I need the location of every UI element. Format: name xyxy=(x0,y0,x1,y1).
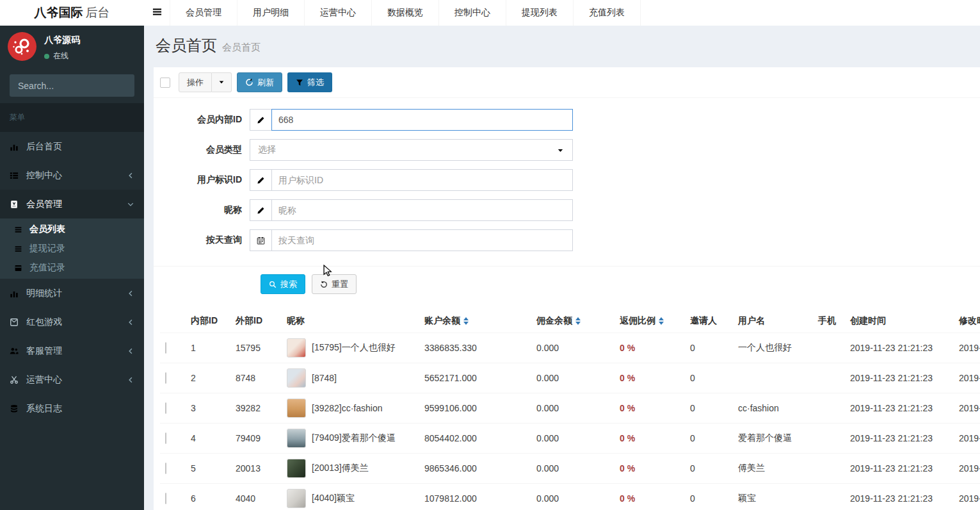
cell-phone xyxy=(813,484,845,510)
sidebar-item-label: 红包游戏 xyxy=(26,317,62,328)
sort-icon[interactable] xyxy=(575,317,581,325)
user-avatar xyxy=(8,32,36,63)
cell-commission: 0.000 xyxy=(531,454,615,484)
cell-nickname: [4040]颖宝 xyxy=(282,484,419,510)
nav-tab-user-detail[interactable]: 用户明细 xyxy=(237,0,305,26)
sidebar-item-system-log[interactable]: 系统日志 xyxy=(0,394,144,423)
search-button-label: 搜索 xyxy=(280,279,297,290)
member-internal-id-input[interactable] xyxy=(271,109,573,131)
form-actions: 搜索 重置 xyxy=(154,267,980,302)
row-checkbox[interactable] xyxy=(165,402,166,414)
filter-button[interactable]: 筛选 xyxy=(287,72,332,92)
cell-inviter: 0 xyxy=(685,484,733,510)
col-header-commission[interactable]: 佣金余额 xyxy=(531,309,615,333)
sidebar-item-detail-statistics[interactable]: 明细统计 xyxy=(0,279,144,308)
field-label: 用户标识ID xyxy=(154,174,250,186)
id-card-icon xyxy=(10,200,26,209)
table-toolbar: 操作 刷新 筛选 xyxy=(154,67,980,98)
cell-external-id: 8748 xyxy=(230,363,282,393)
col-header-external-id: 外部ID xyxy=(230,309,282,333)
cell-balance: 9865346.000 xyxy=(419,454,531,484)
sidebar-item-label: 明细统计 xyxy=(26,288,62,299)
member-avatar xyxy=(287,459,306,478)
cell-balance: 3386835.330 xyxy=(419,333,531,363)
chevron-left-icon xyxy=(127,347,134,355)
row-checkbox[interactable] xyxy=(165,372,166,384)
sidebar-item-withdraw-records[interactable]: 提现记录 xyxy=(0,239,144,258)
table-row: 6 4040 [4040]颖宝 1079812.000 0.000 0 % 0 … xyxy=(160,484,980,510)
sidebar-item-customer-service[interactable]: 客服管理 xyxy=(0,336,144,365)
scissors-icon xyxy=(10,375,26,384)
nav-tab-data-overview[interactable]: 数据概览 xyxy=(372,0,439,26)
col-header-created: 创建时间 xyxy=(845,309,954,333)
cell-modified: 2019-11-23 21:21:23 xyxy=(954,424,980,454)
sidebar-item-redpacket-game[interactable]: 红包游戏 xyxy=(0,308,144,336)
sidebar-search-input[interactable] xyxy=(10,74,134,97)
cell-commission: 0.000 xyxy=(531,393,615,424)
date-query-input[interactable] xyxy=(271,229,573,251)
menu-section-label: 菜单 xyxy=(0,103,144,132)
nav-tab-withdraw-list[interactable]: 提现列表 xyxy=(506,0,574,26)
sidebar-subitem-label: 提现记录 xyxy=(29,243,65,254)
col-header-balance[interactable]: 账户余额 xyxy=(419,309,531,333)
cell-inviter: 0 xyxy=(685,393,733,424)
sort-icon[interactable] xyxy=(659,317,664,325)
bar-chart-icon xyxy=(10,142,26,151)
database-icon xyxy=(10,404,26,413)
row-checkbox[interactable] xyxy=(165,493,166,504)
sidebar-item-control-center[interactable]: 控制中心 xyxy=(0,161,144,190)
sidebar-item-member-management[interactable]: 会员管理 xyxy=(0,190,144,218)
nav-tab-recharge-list[interactable]: 充值列表 xyxy=(574,0,641,26)
cell-external-id: 4040 xyxy=(230,484,282,510)
search-button[interactable]: 搜索 xyxy=(261,274,305,294)
sidebar-toggle-button[interactable] xyxy=(144,0,170,26)
nickname-input[interactable] xyxy=(271,199,573,221)
cell-modified: 2019-11-23 21:21:23 xyxy=(954,393,980,424)
sidebar-item-operation-center[interactable]: 运营中心 xyxy=(0,365,144,394)
cell-rebate: 0 % xyxy=(615,363,685,393)
sidebar-item-member-list[interactable]: 会员列表 xyxy=(0,220,144,239)
action-button[interactable]: 操作 xyxy=(179,72,212,92)
brand-logo[interactable]: 八爷国际后台 xyxy=(0,0,144,26)
cell-inviter: 0 xyxy=(685,424,733,454)
content-box: 操作 刷新 筛选 会员内部ID 会员类型 xyxy=(154,67,980,510)
cell-internal-id: 6 xyxy=(186,484,230,510)
cell-username: 一个人也很好 xyxy=(733,333,813,363)
list-panel-icon xyxy=(10,171,26,180)
content-header: 会员首页会员首页 xyxy=(144,26,980,67)
row-checkbox[interactable] xyxy=(165,463,166,474)
row-checkbox[interactable] xyxy=(165,432,166,444)
sidebar-subitem-label: 充值记录 xyxy=(29,262,65,274)
cell-username: 颖宝 xyxy=(733,484,813,510)
cell-username: 傅美兰 xyxy=(733,454,813,484)
select-all-checkbox[interactable] xyxy=(160,78,170,88)
cell-commission: 0.000 xyxy=(531,484,615,510)
cell-balance: 9599106.000 xyxy=(419,393,531,424)
user-tag-id-input[interactable] xyxy=(271,169,573,191)
sort-icon[interactable] xyxy=(463,317,469,325)
col-header-checkbox xyxy=(160,309,186,333)
cell-created: 2019-11-23 21:21:23 xyxy=(845,363,954,393)
refresh-button[interactable]: 刷新 xyxy=(237,72,282,92)
member-management-submenu: 会员列表 提现记录 充值记录 xyxy=(0,218,144,279)
action-dropdown-toggle[interactable] xyxy=(212,72,232,92)
member-avatar xyxy=(287,399,306,418)
cell-rebate: 0 % xyxy=(615,424,685,454)
member-type-select[interactable]: 选择 xyxy=(250,139,573,161)
cell-external-id: 20013 xyxy=(230,454,282,484)
col-header-rebate[interactable]: 返佣比例 xyxy=(615,309,685,333)
row-checkbox[interactable] xyxy=(165,342,166,354)
form-row-internal-id: 会员内部ID xyxy=(154,109,980,131)
sidebar-item-dashboard[interactable]: 后台首页 xyxy=(0,132,144,161)
col-header-inviter: 邀请人 xyxy=(685,309,733,333)
table-row: 3 39282 [39282]cc·fashion 9599106.000 0.… xyxy=(160,393,980,424)
nav-tab-control-center[interactable]: 控制中心 xyxy=(439,0,506,26)
sidebar-item-recharge-records[interactable]: 充值记录 xyxy=(0,258,144,277)
reset-button[interactable]: 重置 xyxy=(312,274,357,294)
cell-created: 2019-11-23 21:21:23 xyxy=(845,393,954,424)
filter-form: 会员内部ID 会员类型 选择 用户标识ID xyxy=(154,98,980,302)
caret-down-icon xyxy=(218,78,225,88)
nav-tab-operation-center[interactable]: 运营中心 xyxy=(305,0,372,26)
nav-tab-member-management[interactable]: 会员管理 xyxy=(170,0,237,26)
chevron-down-icon xyxy=(127,201,134,208)
